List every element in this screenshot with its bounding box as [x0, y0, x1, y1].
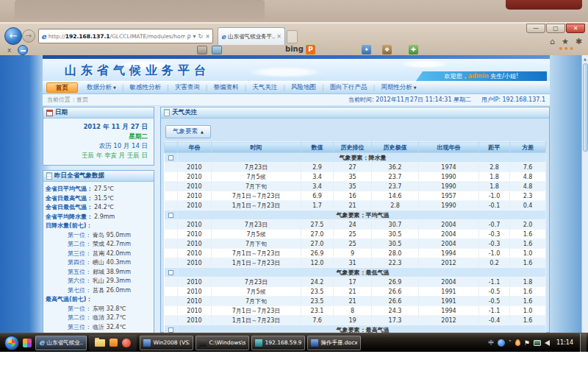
stop-icon[interactable]: ×	[205, 33, 210, 40]
table-cell: 2010	[178, 287, 212, 297]
pinned-orange-app-icon[interactable]	[110, 339, 118, 347]
table-cell: 2010	[178, 297, 212, 306]
card-icon[interactable]	[197, 46, 207, 54]
toolbar-overflow-icon[interactable]: •••	[559, 45, 575, 53]
settings-gear-icon[interactable]: ✱	[576, 37, 582, 46]
checkbox[interactable]	[168, 270, 173, 275]
input-language-indicator[interactable]: 中	[489, 339, 495, 347]
new-tab-button[interactable]	[287, 30, 298, 43]
table-row[interactable]: 20107月1日～7月23日26.9928.01994-1.01.0	[165, 249, 546, 258]
rank-value: 临清 32.7℃	[93, 314, 126, 323]
scrollbar-thumb[interactable]	[583, 63, 588, 152]
taskbar-clock[interactable]: 11:14	[556, 339, 573, 346]
table-cell: 23.7	[372, 182, 419, 191]
table-group-row[interactable]: 气象要素：最高气温	[165, 325, 546, 333]
toolbar-icon-2[interactable]: ❖	[382, 45, 392, 54]
tab-close-icon[interactable]: ×	[276, 33, 282, 40]
blocked-addon-icon[interactable]	[18, 45, 28, 55]
nav-item-7[interactable]: 风险地图	[285, 83, 322, 92]
tab-title: 山东省气候业务平...	[228, 33, 275, 40]
stat-value: 2.9mm	[94, 213, 115, 222]
nav-item-2[interactable]: 数据分析▼	[81, 83, 122, 92]
action-center-flag-icon[interactable]: ⚑	[524, 339, 530, 347]
table-row[interactable]: 20107月23日24.21726.92004-1.11.8	[165, 277, 546, 287]
send-mail-icon[interactable]	[212, 46, 222, 54]
vertical-scrollbar[interactable]: ▲	[581, 55, 588, 333]
address-bar[interactable]: e http://192.168.137.1/GLCCLIMATE/module…	[38, 29, 213, 43]
table-row[interactable]: 20101月1日～7月23日12.03122.320120.21.6	[165, 258, 546, 268]
flame-icon[interactable]	[515, 339, 520, 346]
search-icon[interactable]: ρ	[187, 33, 191, 40]
nav-item-5[interactable]: 整编资料	[207, 83, 244, 92]
tray-blue-icon[interactable]	[498, 339, 505, 347]
refresh-icon[interactable]: ↻	[198, 33, 204, 40]
table-cell: 27.0	[301, 230, 334, 239]
taskbar-button-1[interactable]: Win2008 (VS2...	[140, 336, 193, 350]
nav-item-6[interactable]: 天气关注	[246, 83, 283, 92]
table-cell: 36.2	[372, 163, 419, 172]
table-header-checkbox-col	[165, 142, 178, 153]
table-row[interactable]: 20107月下旬27.02530.52004-0.31.6	[165, 239, 546, 249]
table-cell: 1.6	[510, 287, 546, 297]
bing-search-icon[interactable]: P	[306, 45, 315, 54]
bing-logo[interactable]: bing	[285, 45, 304, 53]
page-title: 山东省气候业务平台	[65, 63, 210, 79]
table-cell: 7月5候	[212, 287, 301, 297]
window-close-button[interactable]: ✕	[566, 24, 585, 33]
table-row[interactable]: 20107月1日～7月23日6.91614.61957-1.02.3	[165, 191, 546, 201]
row-checkbox-cell	[165, 182, 178, 191]
table-row[interactable]: 20107月23日2.92736.219742.87.6	[165, 163, 546, 172]
start-button[interactable]	[4, 336, 19, 350]
table-row[interactable]: 20107月5候3.43523.719901.84.8	[165, 172, 546, 182]
table-cell: 16	[334, 191, 372, 201]
system-tray: 中 ˄ ⚑ 11:14	[489, 333, 588, 353]
url-dropdown-icon[interactable]: ▾	[193, 33, 196, 40]
forward-button[interactable]: →	[22, 29, 35, 43]
volume-icon[interactable]	[545, 340, 550, 346]
home-icon[interactable]: ⌂	[550, 37, 555, 46]
nav-item-4[interactable]: 灾害查询	[169, 83, 206, 92]
toolbar-icon-1[interactable]: ✦	[362, 45, 371, 54]
table-row[interactable]: 20101月1日～7月23日7.61917.32012-0.41.6	[165, 316, 546, 325]
desktop-background	[0, 0, 588, 22]
media-player-icon[interactable]	[122, 339, 131, 347]
nav-item-9[interactable]: 周期性分析▼	[375, 83, 422, 92]
network-icon[interactable]	[534, 340, 541, 346]
browser-tab[interactable]: e 山东省气候业务平... ×	[218, 27, 285, 45]
toolbar-icon-3[interactable]: ✚	[409, 45, 418, 54]
table-cell: 7月下旬	[212, 182, 301, 191]
url-text[interactable]: http://192.168.137.1/GLCCLIMATE/modules/…	[49, 33, 185, 40]
pinned-app-icon[interactable]	[23, 339, 32, 347]
back-button[interactable]: ←	[4, 27, 22, 45]
checkbox[interactable]	[168, 213, 173, 218]
addon-close-icon[interactable]: x	[7, 46, 11, 54]
window-maximize-button[interactable]: ▢	[546, 24, 565, 33]
nav-item-8[interactable]: 面向下行产品	[324, 83, 373, 92]
table-row[interactable]: 20101月1日～7月23日1.7212.81990-0.10.4	[165, 201, 546, 210]
table-group-row[interactable]: 气象要素：降水量	[165, 153, 546, 163]
taskbar-button-4[interactable]: 操作手册.docx ...	[307, 336, 361, 350]
table-group-row[interactable]: 气象要素：最低气温	[165, 268, 546, 277]
element-filter-button[interactable]: 气象要素▲	[165, 125, 211, 138]
weather-data-table: 年份时间数值历史排位历史极值出现年份距平方差 气象要素：降水量20107月23日…	[164, 141, 546, 333]
checkbox[interactable]	[168, 155, 173, 160]
taskbar-button-3[interactable]: 192.168.59.99...	[251, 336, 305, 350]
table-row[interactable]: 20107月1日～7月23日23.1824.31994-1.11.0	[165, 306, 546, 316]
nav-item-3[interactable]: 敏感性分析	[124, 83, 168, 92]
table-row[interactable]: 20107月下旬23.52126.61991-0.51.6	[165, 297, 546, 306]
table-row[interactable]: 20107月23日27.52430.72004-0.72.0	[165, 220, 546, 230]
show-desktop-button[interactable]	[580, 333, 587, 353]
table-group-row[interactable]: 气象要素：平均气温	[165, 210, 546, 220]
taskbar-active-window[interactable]: e 山东省气候业...	[35, 336, 87, 350]
checkbox[interactable]	[168, 328, 173, 333]
taskbar-button-2[interactable]: C:\Windows\s...	[196, 336, 249, 350]
tray-expand-icon[interactable]: ˄	[509, 339, 512, 346]
nav-item-1[interactable]: 首页	[46, 82, 78, 93]
table-row[interactable]: 20107月下旬3.43523.719901.84.8	[165, 182, 546, 191]
table-column-header: 历史排位	[334, 142, 372, 153]
table-row[interactable]: 20107月5候23.52126.61991-0.51.6	[165, 287, 546, 297]
scroll-up-arrow[interactable]: ▲	[582, 55, 588, 63]
explorer-folder-icon[interactable]	[95, 339, 105, 347]
window-minimize-button[interactable]: —	[526, 24, 545, 33]
table-row[interactable]: 20107月5候27.02530.52004-0.31.6	[165, 230, 546, 239]
